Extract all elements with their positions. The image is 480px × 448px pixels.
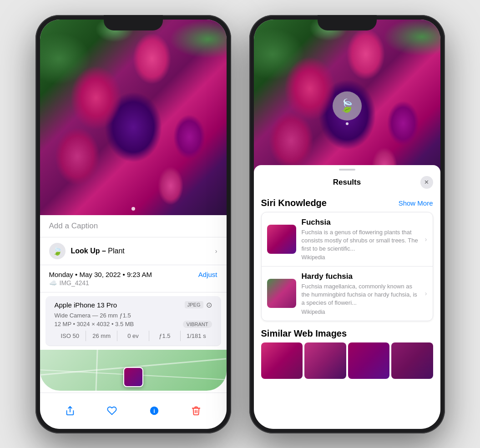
hardy-source: Wikipedia — [302, 309, 419, 315]
close-button[interactable]: ✕ — [420, 176, 433, 189]
right-phone: 🍃 Results ✕ Siri Knowledge Show Mo — [249, 15, 445, 433]
similar-header: Similar Web Images — [261, 328, 433, 339]
similar-section: Similar Web Images — [261, 328, 433, 379]
photo-date: Monday • May 30, 2022 • 9:23 AM — [49, 271, 152, 278]
share-button[interactable] — [60, 401, 80, 421]
hardy-text: Hardy fuchsia Fuchsia magellanica, commo… — [302, 272, 419, 315]
exif-shutter: 1/181 s — [181, 331, 212, 341]
hardy-chevron-icon: › — [425, 290, 427, 297]
meta-section: Monday • May 30, 2022 • 9:23 AM Adjust ☁… — [40, 265, 227, 292]
caption-area[interactable]: Add a Caption — [40, 215, 227, 237]
home-bar-right — [318, 423, 377, 425]
lookup-icon: 🍃 — [49, 243, 66, 259]
delete-button[interactable] — [186, 401, 206, 421]
exif-row: ISO 50 26 mm 0 ev ƒ1.5 1/181 s — [55, 331, 212, 341]
exif-iso: ISO 50 — [55, 331, 86, 341]
visual-lookup-dot — [346, 122, 349, 125]
lookup-bold: Look Up – — [71, 247, 106, 255]
photo-background — [40, 20, 227, 215]
lookup-chevron-icon: › — [215, 247, 217, 255]
device-section: Apple iPhone 13 Pro JPEG ⊙ Wide Camera —… — [45, 296, 221, 346]
fuchsia-thumb-image — [267, 225, 296, 254]
sheet-header: Results ✕ — [254, 171, 440, 192]
file-info: 12 MP • 3024 × 4032 • 3.5 MB — [55, 321, 134, 327]
similar-images — [261, 342, 433, 379]
home-bar-left — [104, 423, 163, 425]
leaf-icon: 🍃 — [52, 246, 62, 256]
hardy-description: Fuchsia magellanica, commonly known as t… — [302, 282, 419, 307]
right-screen: 🍃 Results ✕ Siri Knowledge Show Mo — [254, 20, 440, 429]
cloud-icon: ☁️ — [49, 279, 57, 287]
phone-notch-right — [318, 15, 377, 30]
fuchsia-text: Fuchsia Fuchsia is a genus of flowering … — [302, 218, 419, 261]
similar-image-1[interactable] — [261, 342, 303, 379]
filename-row: ☁️ IMG_4241 — [49, 279, 217, 287]
knowledge-item-hardy[interactable]: Hardy fuchsia Fuchsia magellanica, commo… — [262, 267, 433, 321]
fuchsia-name: Fuchsia — [302, 218, 419, 227]
exif-ev: 0 ev — [117, 331, 149, 341]
favorite-button[interactable] — [102, 401, 122, 421]
exif-focal: 26 mm — [86, 331, 117, 341]
photo-area[interactable] — [40, 20, 227, 215]
similar-image-2[interactable] — [304, 342, 346, 379]
map-photo-thumb — [123, 367, 143, 387]
hardy-name: Hardy fuchsia — [302, 272, 419, 281]
camera-icon: ⊙ — [206, 301, 212, 309]
hardy-thumb-image — [267, 279, 296, 308]
similar-image-3[interactable] — [348, 342, 390, 379]
camera-spec: Wide Camera — 26 mm ƒ1.5 — [55, 312, 212, 319]
siri-knowledge-header: Siri Knowledge Show More — [261, 198, 433, 208]
visual-lookup-button[interactable]: 🍃 — [333, 91, 362, 121]
flower-overlay — [40, 20, 227, 215]
show-more-button[interactable]: Show More — [399, 199, 433, 207]
format-badge: JPEG — [185, 301, 203, 308]
hardy-thumb — [267, 279, 296, 308]
lookup-subject: Plant — [108, 247, 124, 255]
fuchsia-description: Fuchsia is a genus of flowering plants t… — [302, 228, 419, 253]
caption-placeholder[interactable]: Add a Caption — [49, 221, 98, 230]
sheet-title: Results — [274, 178, 420, 187]
lookup-row[interactable]: 🍃 Look Up – Plant › — [40, 237, 227, 265]
similar-image-4[interactable] — [391, 342, 433, 379]
device-badges: JPEG ⊙ — [185, 301, 212, 309]
similar-title: Similar Web Images — [261, 328, 347, 339]
info-button[interactable]: i — [144, 401, 164, 421]
map-area[interactable] — [40, 350, 227, 391]
knowledge-item-fuchsia[interactable]: Fuchsia Fuchsia is a genus of flowering … — [262, 212, 433, 267]
exif-aperture: ƒ1.5 — [149, 331, 181, 341]
filename: IMG_4241 — [60, 279, 89, 287]
siri-knowledge-title: Siri Knowledge — [261, 198, 327, 208]
photo-dot-indicator — [131, 207, 135, 211]
phone-notch-left — [104, 15, 163, 30]
leaf-lookup-icon: 🍃 — [339, 98, 355, 113]
results-sheet: Results ✕ Siri Knowledge Show More — [254, 165, 440, 429]
adjust-button[interactable]: Adjust — [198, 271, 217, 278]
device-name: Apple iPhone 13 Pro — [55, 301, 117, 309]
left-screen: Add a Caption 🍃 Look Up – Plant › Monday… — [40, 20, 227, 429]
fuchsia-thumb — [267, 225, 296, 254]
phones-container: Add a Caption 🍃 Look Up – Plant › Monday… — [35, 15, 445, 433]
fuchsia-source: Wikipedia — [302, 254, 419, 261]
sheet-content[interactable]: Siri Knowledge Show More Fuchsia Fuchsia… — [254, 192, 440, 424]
fuchsia-chevron-icon: › — [425, 236, 427, 243]
svg-text:i: i — [153, 408, 155, 414]
vibrant-badge: VIBRANT — [183, 321, 212, 328]
left-phone: Add a Caption 🍃 Look Up – Plant › Monday… — [35, 15, 231, 433]
lookup-text: Look Up – Plant — [71, 247, 125, 255]
knowledge-card: Fuchsia Fuchsia is a genus of flowering … — [261, 212, 433, 321]
